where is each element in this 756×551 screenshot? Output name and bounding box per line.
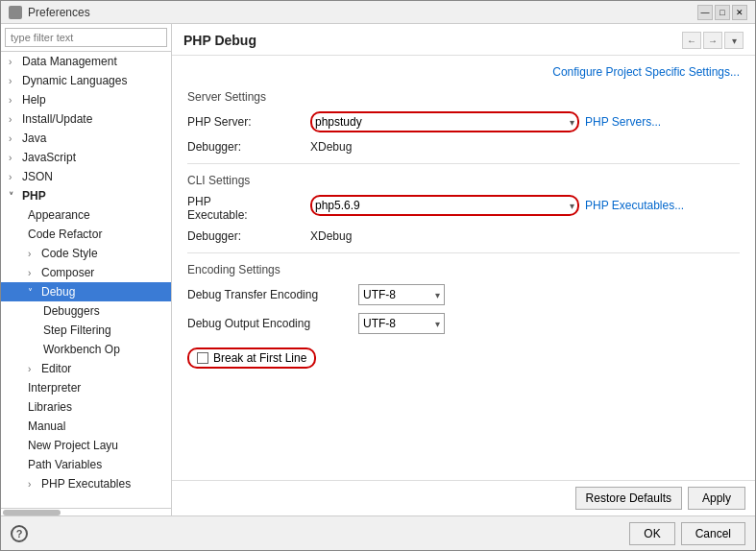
window-title: Preferences: [28, 6, 90, 19]
cli-debugger-value: XDebug: [310, 229, 352, 243]
expand-arrow: ›: [9, 153, 18, 163]
sidebar-item-php-debug[interactable]: ˅ Debug: [1, 282, 171, 301]
hscroll-thumb: [3, 510, 61, 515]
encoding-settings-label: Encoding Settings: [187, 263, 740, 276]
break-first-line-outlined: Break at First Line: [187, 347, 316, 369]
php-executable-label2: Executable:: [187, 208, 248, 222]
sidebar-item-php-executables[interactable]: › PHP Executables: [1, 474, 171, 493]
break-first-line-label: Break at First Line: [213, 351, 306, 365]
debug-output-label: Debug Output Encoding: [187, 317, 351, 330]
sidebar-item-php-workbench[interactable]: Workbench Op: [1, 340, 171, 359]
panel-actions: Restore Defaults Apply: [172, 480, 755, 515]
maximize-button[interactable]: □: [715, 5, 730, 20]
expand-arrow: ›: [9, 57, 18, 67]
sidebar-item-php-debuggers[interactable]: Debuggers: [1, 301, 171, 321]
nav-back-button[interactable]: ←: [682, 32, 701, 49]
section-divider: [187, 163, 740, 164]
search-input[interactable]: [5, 28, 167, 47]
sidebar-item-data-management[interactable]: › Data Management: [1, 52, 171, 71]
break-first-line-checkbox[interactable]: [197, 352, 208, 364]
minimize-button[interactable]: —: [697, 5, 713, 20]
php-servers-link[interactable]: PHP Servers...: [585, 115, 661, 129]
cli-debugger-label: Debugger:: [187, 229, 303, 243]
cancel-button[interactable]: Cancel: [681, 522, 745, 545]
expand-arrow: ›: [9, 114, 18, 125]
sidebar-item-php[interactable]: ˅ PHP: [1, 186, 171, 205]
ok-button[interactable]: OK: [629, 522, 674, 545]
debug-output-dropdown[interactable]: UTF-8 ▾: [358, 313, 445, 334]
nav-forward-button[interactable]: →: [703, 32, 722, 49]
configure-project-link[interactable]: Configure Project Specific Settings...: [187, 65, 740, 79]
php-executable-dropdown-container: php5.6.9 ▾ PHP Executables...: [310, 195, 740, 216]
expand-arrow: ›: [28, 479, 37, 490]
sidebar-item-php-interpreter[interactable]: Interpreter: [1, 378, 171, 397]
tree-container: › Data Management › Dynamic Languages › …: [1, 52, 171, 508]
sidebar-item-javascript[interactable]: › JavaScript: [1, 148, 171, 167]
sidebar-item-php-new-project[interactable]: New Project Layu: [1, 436, 171, 455]
debug-transfer-label: Debug Transfer Encoding: [187, 288, 351, 301]
sidebar-item-php-code-style[interactable]: › Code Style: [1, 244, 171, 263]
sidebar: › Data Management › Dynamic Languages › …: [1, 24, 172, 515]
apply-button[interactable]: Apply: [688, 487, 745, 510]
bottom-left: ?: [11, 525, 28, 542]
expand-arrow: ›: [28, 249, 37, 259]
sidebar-item-php-libraries[interactable]: Libraries: [1, 397, 171, 417]
sidebar-item-php-editor[interactable]: › Editor: [1, 359, 171, 378]
panel-body: Configure Project Specific Settings... S…: [172, 56, 755, 480]
dropdown-arrow-icon: ▾: [570, 117, 574, 128]
title-bar: Preferences — □ ✕: [1, 1, 755, 24]
sidebar-item-php-code-refactor[interactable]: Code Refactor: [1, 225, 171, 244]
bottom-bar: ? OK Cancel: [1, 515, 755, 550]
panel-title: PHP Debug: [183, 33, 256, 48]
php-server-row: PHP Server: phpstudy ▾ PHP Servers...: [187, 111, 740, 132]
help-button[interactable]: ?: [11, 525, 28, 542]
debug-transfer-dropdown[interactable]: UTF-8 ▾: [358, 284, 445, 305]
dropdown-arrow-icon: ▾: [570, 201, 574, 211]
debugger-value: XDebug: [310, 140, 352, 154]
cli-debugger-row: Debugger: XDebug: [187, 229, 740, 243]
preferences-icon: [9, 6, 22, 19]
php-executable-label-group: PHP Executable:: [187, 195, 303, 222]
main-content: › Data Management › Dynamic Languages › …: [1, 24, 755, 515]
title-bar-left: Preferences: [9, 6, 90, 19]
debug-output-row: Debug Output Encoding UTF-8 ▾: [187, 313, 740, 334]
dropdown-arrow-icon: ▾: [435, 319, 440, 329]
php-server-dropdown[interactable]: phpstudy ▾: [310, 111, 579, 132]
sidebar-item-php-appearance[interactable]: Appearance: [1, 205, 171, 225]
nav-dropdown-button[interactable]: ▾: [724, 32, 744, 49]
restore-defaults-button[interactable]: Restore Defaults: [575, 487, 682, 510]
expand-arrow: ˅: [9, 191, 18, 202]
sidebar-item-php-path-variables[interactable]: Path Variables: [1, 455, 171, 474]
cli-settings-label: CLI Settings: [187, 174, 740, 187]
dropdown-arrow-icon: ▾: [435, 290, 440, 300]
debugger-row: Debugger: XDebug: [187, 140, 740, 154]
expand-arrow: ›: [28, 268, 37, 278]
php-executable-row: PHP Executable: php5.6.9 ▾ PHP Executabl…: [187, 195, 740, 222]
sidebar-item-java[interactable]: › Java: [1, 129, 171, 148]
server-settings-label: Server Settings: [187, 90, 740, 104]
php-executables-link[interactable]: PHP Executables...: [585, 199, 684, 212]
panel-header: PHP Debug ← → ▾: [172, 24, 755, 56]
title-controls: — □ ✕: [697, 5, 747, 20]
preferences-window: Preferences — □ ✕ › Data Management › Dy…: [0, 0, 756, 551]
sidebar-hscrollbar[interactable]: [1, 508, 171, 515]
sidebar-item-install-update[interactable]: › Install/Update: [1, 109, 171, 129]
debug-transfer-row: Debug Transfer Encoding UTF-8 ▾: [187, 284, 740, 305]
php-server-dropdown-container: phpstudy ▾ PHP Servers...: [310, 111, 740, 132]
close-button[interactable]: ✕: [732, 5, 747, 20]
expand-arrow: ›: [9, 95, 18, 106]
sidebar-item-json[interactable]: › JSON: [1, 167, 171, 186]
expand-arrow: ˅: [28, 287, 37, 298]
nav-buttons: ← → ▾: [682, 32, 744, 49]
sidebar-item-php-manual[interactable]: Manual: [1, 417, 171, 436]
debugger-label: Debugger:: [187, 140, 303, 154]
php-executable-dropdown[interactable]: php5.6.9 ▾: [310, 195, 579, 216]
expand-arrow: ›: [9, 172, 18, 182]
sidebar-item-php-composer[interactable]: › Composer: [1, 263, 171, 282]
sidebar-item-dynamic-languages[interactable]: › Dynamic Languages: [1, 71, 171, 90]
bottom-right: OK Cancel: [629, 522, 745, 545]
expand-arrow: ›: [9, 76, 18, 86]
section-divider-2: [187, 252, 740, 253]
sidebar-item-php-step-filtering[interactable]: Step Filtering: [1, 321, 171, 340]
sidebar-item-help[interactable]: › Help: [1, 90, 171, 109]
